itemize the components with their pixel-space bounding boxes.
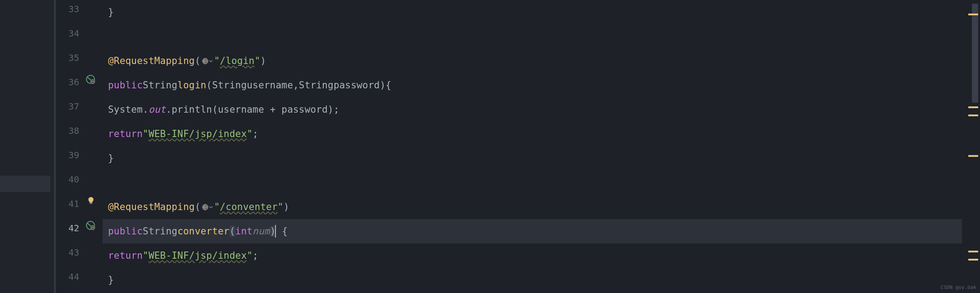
line-number[interactable]: 40 — [56, 174, 79, 185]
code-line[interactable]: } — [108, 0, 962, 24]
line-number[interactable]: 42 — [56, 223, 79, 233]
line-number[interactable]: 35 — [56, 52, 79, 63]
minimap-marker — [968, 114, 978, 116]
line-number[interactable]: 39 — [56, 150, 79, 160]
matched-paren: ( — [230, 226, 235, 237]
globe-icon[interactable] — [201, 56, 214, 66]
code-line[interactable] — [108, 170, 962, 195]
line-number[interactable]: 34 — [56, 28, 79, 39]
minimap-marker — [968, 251, 978, 252]
minimap-marker — [968, 106, 978, 108]
code-line[interactable]: } — [108, 146, 962, 170]
line-number[interactable]: 33 — [56, 4, 79, 14]
minimap-marker — [968, 155, 978, 157]
globe-icon[interactable] — [201, 202, 214, 212]
code-line[interactable]: return "WEB-INF/jsp/index"; — [108, 122, 962, 146]
code-line[interactable]: public String login(String username,Stri… — [108, 73, 962, 97]
code-line[interactable]: } — [108, 268, 962, 292]
minimap-marker — [968, 259, 978, 261]
code-line[interactable]: @RequestMapping("/login") — [108, 49, 962, 73]
line-number[interactable]: 41 — [56, 198, 79, 209]
code-line[interactable]: @RequestMapping("/conventer") — [108, 195, 962, 219]
chevron-down-icon — [209, 59, 213, 63]
svg-rect-4 — [90, 203, 92, 204]
minimap-marker — [968, 14, 978, 15]
bulb-icon[interactable] — [84, 197, 98, 205]
scrollbar-thumb[interactable] — [972, 4, 978, 103]
code-line[interactable] — [108, 24, 962, 49]
project-sidebar[interactable] — [0, 0, 54, 293]
line-number[interactable]: 38 — [56, 125, 79, 136]
line-number[interactable]: 44 — [56, 271, 79, 282]
code-line[interactable]: System.out.println(username + password); — [108, 97, 962, 122]
line-number[interactable]: 37 — [56, 101, 79, 112]
current-line[interactable]: public String converter(int num) { — [103, 219, 962, 243]
line-number[interactable]: 43 — [56, 247, 79, 258]
sidebar-selection — [0, 176, 50, 192]
chevron-down-icon — [209, 205, 213, 209]
line-number[interactable]: 36 — [56, 77, 79, 87]
web-method-icon[interactable] — [84, 221, 98, 231]
watermark: CSDN @sy.bak — [941, 284, 976, 290]
code-line[interactable]: return "WEB-INF/jsp/index"; — [108, 243, 962, 268]
web-method-icon[interactable] — [84, 75, 98, 85]
minimap[interactable] — [964, 0, 980, 293]
